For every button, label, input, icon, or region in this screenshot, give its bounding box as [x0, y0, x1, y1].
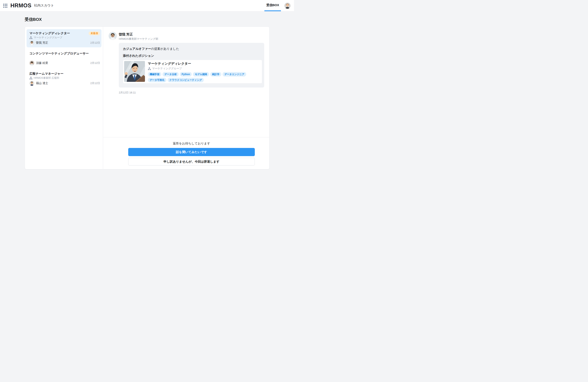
sender-avatar-image	[29, 40, 34, 45]
list-item[interactable]: 広報チームマネージャー HRMOS事業部 広報部	[26, 70, 102, 88]
sender-avatar-image	[29, 60, 34, 65]
skill-tags: 機械学習 データ分析 Python モデル開発 統計学 データエンジニア データ…	[148, 72, 260, 82]
attached-position-group-name: マーケティンググループ	[152, 67, 182, 70]
status-badge: 未返信	[89, 31, 100, 35]
thread-header: 曽我 芳正 HRMOS事業部マーケティング部	[103, 27, 269, 41]
position-photo	[124, 61, 145, 82]
attachment-label: 添付されたポジション	[123, 54, 262, 58]
attached-position-title: マーケティングディレクター	[148, 62, 260, 66]
position-title: マーケティングディレクター	[29, 31, 87, 35]
list-item-title-row: マーケティングディレクター 未返信	[29, 31, 100, 35]
thread-panel: 曽我 芳正 HRMOS事業部マーケティング部 カジュアルオファーの提案がありまし…	[103, 27, 269, 169]
sender-name: 福山 達士	[36, 81, 48, 85]
position-title: コンテンツマーケティングプロデューサー	[29, 51, 100, 56]
group-name: マーケティンググループ	[34, 36, 62, 39]
org-hierarchy-icon	[148, 67, 151, 70]
message-rest: の提案がありました	[151, 47, 179, 50]
brand-logo[interactable]: HRMOS	[10, 2, 31, 9]
message-text: カジュアルオファーの提案がありました	[123, 47, 262, 51]
thread-sender-name: 曽我 芳正	[119, 32, 158, 37]
org-hierarchy-icon	[29, 77, 32, 80]
sender-avatar	[29, 81, 34, 86]
accept-button[interactable]: 話を聞いてみたいです	[128, 148, 255, 156]
list-item-title-row: 広報チームマネージャー	[29, 72, 100, 76]
skill-tag: Python	[180, 72, 192, 77]
sender-name: 須藤 絵里	[36, 61, 48, 65]
sender-avatar-image	[29, 81, 34, 86]
thread-sender-avatar-image	[109, 32, 117, 40]
list-item[interactable]: マーケティングディレクター 未返信 マーケティンググループ	[26, 29, 102, 47]
inbox-card: マーケティングディレクター 未返信 マーケティンググループ	[25, 26, 270, 169]
group-name: HRMOS事業部 広報部	[34, 76, 59, 80]
user-avatar[interactable]	[284, 3, 291, 9]
reply-status-text: 返答をお待ちしております	[119, 142, 264, 145]
list-item-title-row: コンテンツマーケティングプロデューサー	[29, 51, 100, 56]
message-date: 2月12日	[90, 61, 100, 65]
skill-tag: 統計学	[210, 72, 221, 77]
decline-button[interactable]: 申し訳ありませんが、今回は辞退します	[128, 158, 255, 165]
person-row: 福山 達士 2月12日	[29, 81, 100, 86]
sender-avatar	[29, 40, 34, 45]
tab-inbox[interactable]: 受信BOX	[264, 0, 281, 11]
position-title: 広報チームマネージャー	[29, 72, 100, 76]
message-date: 2月12日	[90, 41, 100, 45]
org-hierarchy-icon	[29, 36, 32, 39]
thread-sender-department: HRMOS事業部マーケティング部	[119, 37, 158, 41]
skill-tag: クラウドコンピューティング	[168, 78, 204, 82]
tab-inbox-label: 受信BOX	[266, 3, 279, 7]
list-item[interactable]: コンテンツマーケティングプロデューサー	[26, 49, 102, 68]
page-title: 受信BOX	[25, 17, 294, 22]
message-bubble: カジュアルオファーの提案がありました 添付されたポジション	[119, 43, 264, 88]
group-row: マーケティンググループ	[29, 36, 100, 39]
user-avatar-image	[284, 3, 291, 9]
message-highlight: カジュアルオファー	[123, 47, 151, 50]
app: HRMOS 社内スカウト 受信BOX 受信BOX マーケティングディレクター	[0, 0, 294, 169]
skill-tag: 機械学習	[148, 72, 161, 77]
group-row: HRMOS事業部 広報部	[29, 76, 100, 80]
skill-tag: データ可視化	[148, 78, 167, 82]
attached-position-group: マーケティンググループ	[148, 67, 260, 70]
skill-tag: データエンジニア	[223, 72, 246, 77]
person-row: 須藤 絵里 2月12日	[29, 60, 100, 65]
product-name: 社内スカウト	[34, 3, 54, 8]
message-date: 2月12日	[90, 81, 100, 85]
message-timestamp: 2月12日 16:11	[119, 91, 269, 95]
thread-sender-avatar	[109, 32, 117, 40]
app-grid-icon[interactable]	[3, 4, 7, 8]
skill-tag: モデル開発	[193, 72, 209, 77]
reply-footer: 返答をお待ちしております 話を聞いてみたいです 申し訳ありませんが、今回は辞退し…	[103, 137, 269, 169]
sender-name: 曽我 芳正	[36, 41, 48, 45]
thread-sender-info: 曽我 芳正 HRMOS事業部マーケティング部	[119, 32, 158, 41]
sender-avatar	[29, 60, 34, 65]
skill-tag: データ分析	[163, 72, 179, 77]
group-row	[29, 56, 100, 60]
scout-list: マーケティングディレクター 未返信 マーケティンググループ	[25, 27, 103, 169]
global-header: HRMOS 社内スカウト 受信BOX	[0, 0, 294, 11]
position-photo-image	[124, 61, 145, 82]
main-content: 受信BOX マーケティングディレクター 未返信	[0, 11, 294, 169]
attached-position-card[interactable]: マーケティングディレクター マーケティンググループ	[123, 60, 262, 83]
person-row: 曽我 芳正 2月12日	[29, 40, 100, 45]
position-info: マーケティングディレクター マーケティンググループ	[145, 61, 261, 82]
